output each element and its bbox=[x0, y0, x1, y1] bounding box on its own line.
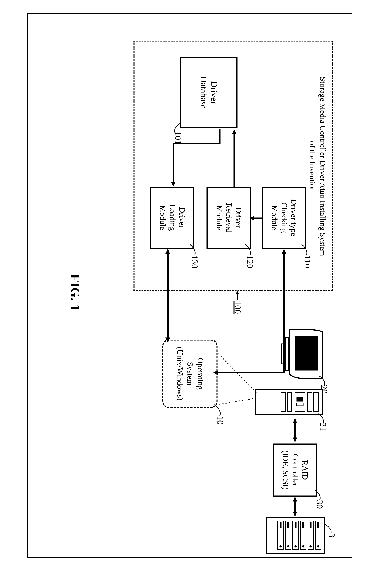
svg-marker-27 bbox=[293, 437, 297, 442]
system-title-line2: of the Invention bbox=[308, 141, 317, 192]
svg-rect-12 bbox=[295, 336, 318, 370]
arrow-os-loading bbox=[162, 249, 171, 344]
raid-l2: Controller bbox=[291, 454, 299, 486]
os-l1: Operating bbox=[196, 358, 205, 390]
checking-module-l3: Module bbox=[270, 205, 279, 230]
svg-point-37 bbox=[310, 545, 312, 547]
svg-rect-15 bbox=[255, 389, 323, 415]
checking-module-box: Driver-type Checking Module bbox=[262, 187, 306, 249]
retrieval-module-l2: Retrieval bbox=[224, 203, 233, 232]
svg-marker-3 bbox=[250, 216, 254, 220]
arrow-retrieval-to-database bbox=[231, 128, 237, 188]
ref-110: 110 bbox=[302, 255, 313, 268]
svg-marker-7 bbox=[282, 249, 287, 254]
svg-line-24 bbox=[216, 398, 256, 405]
driver-database-l1: Driver bbox=[209, 81, 219, 104]
retrieval-module-box: Driver Retrieval Module bbox=[207, 187, 251, 249]
svg-point-46 bbox=[287, 545, 289, 547]
raid-controller-box: RAID Controller (IDE, SCSI) bbox=[273, 443, 317, 497]
svg-point-43 bbox=[295, 545, 297, 547]
os-l2: System bbox=[186, 362, 195, 385]
os-label: Operating System (Unix/Windows) bbox=[174, 347, 205, 401]
figure-label: FIG. 1 bbox=[67, 274, 83, 311]
disk-array-icon bbox=[264, 516, 326, 555]
svg-marker-30 bbox=[293, 512, 297, 516]
driver-database-l2: Database bbox=[199, 76, 209, 109]
arrow-database-to-loading bbox=[166, 128, 221, 190]
checking-module-l2: Checking bbox=[280, 202, 289, 233]
svg-marker-11 bbox=[165, 337, 170, 343]
retrieval-module-l3: Module bbox=[215, 205, 224, 230]
svg-marker-6 bbox=[171, 182, 176, 187]
svg-point-34 bbox=[317, 545, 319, 547]
svg-rect-13 bbox=[286, 337, 289, 370]
raid-l1: RAID bbox=[300, 460, 309, 480]
ref-30: 30 bbox=[315, 500, 325, 509]
svg-marker-10 bbox=[165, 249, 170, 254]
ref-130-leader bbox=[190, 243, 197, 256]
server-tower-icon bbox=[252, 387, 325, 418]
ref-110-leader bbox=[302, 243, 308, 256]
system-title-line1: Storage Media Controller Driver Atuo Ins… bbox=[318, 77, 327, 256]
os-box: Operating System (Unix/Windows) bbox=[162, 339, 218, 408]
svg-rect-19 bbox=[297, 397, 303, 401]
loading-module-l1: Driver bbox=[177, 207, 186, 228]
arrow-raid-disk bbox=[292, 497, 299, 518]
svg-marker-26 bbox=[293, 418, 297, 423]
os-l3: (Unix/Windows) bbox=[175, 347, 184, 401]
diagram-canvas: Storage Media Controller Driver Atuo Ins… bbox=[23, 22, 348, 566]
ref-31-leader bbox=[324, 523, 333, 535]
ref-130: 130 bbox=[190, 255, 200, 269]
ref-30-leader bbox=[314, 489, 322, 501]
checking-module-l1: Driver-type bbox=[289, 199, 298, 236]
system-title: Storage Media Controller Driver Atuo Ins… bbox=[307, 75, 328, 258]
arrow-server-raid bbox=[292, 418, 299, 443]
ref-10: 10 bbox=[215, 416, 226, 425]
svg-point-40 bbox=[302, 545, 304, 547]
svg-marker-29 bbox=[293, 497, 297, 502]
svg-marker-5 bbox=[232, 129, 237, 134]
svg-point-49 bbox=[280, 545, 282, 547]
raid-l3: (IDE, SCSI) bbox=[281, 450, 290, 490]
arrow-checking-to-retrieval bbox=[249, 215, 262, 221]
diagram-rotated: Storage Media Controller Driver Atuo Ins… bbox=[0, 108, 371, 480]
svg-line-23 bbox=[216, 352, 256, 392]
svg-rect-14 bbox=[282, 344, 285, 364]
monitor-icon bbox=[276, 327, 327, 383]
loading-module-l2: Loading bbox=[168, 204, 177, 231]
ref-21-leader bbox=[317, 412, 325, 425]
server-to-os-dotted bbox=[213, 345, 260, 411]
retrieval-module-l1: Driver bbox=[234, 207, 243, 228]
loading-module-l3: Module bbox=[158, 205, 167, 230]
ref-20-leader bbox=[318, 375, 326, 387]
driver-database-box: Driver Database bbox=[180, 57, 237, 128]
loading-module-box: Driver Loading Module bbox=[150, 187, 195, 249]
